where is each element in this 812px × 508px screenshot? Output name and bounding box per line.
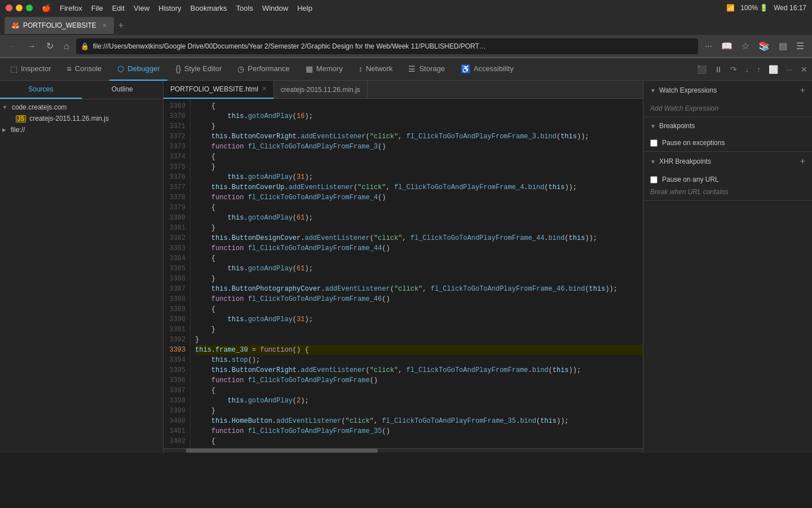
reload-button[interactable]: ↻: [43, 38, 57, 54]
bookmark-icon[interactable]: ☆: [738, 38, 753, 54]
performance-label: Performance: [248, 64, 289, 73]
code-line: this.gotoAndPlay(61);: [195, 264, 643, 274]
tab-accessibility[interactable]: ♿ Accessibility: [453, 58, 522, 81]
code-line: this.ButtonDesignCover.addEventListener(…: [195, 233, 643, 243]
xhr-breakpoints-header[interactable]: ▼ XHR Breakpoints +: [643, 152, 812, 171]
more-options-button[interactable]: ···: [784, 63, 795, 76]
tree-group-file-label: file://: [11, 126, 25, 134]
tab-close-button[interactable]: ✕: [102, 22, 107, 29]
xhr-breakpoints-add-button[interactable]: +: [800, 156, 805, 167]
new-tab-button[interactable]: +: [118, 20, 123, 30]
edit-menu[interactable]: Edit: [112, 4, 125, 12]
menu-icon[interactable]: ☰: [793, 38, 807, 54]
tab-memory[interactable]: ▦ Memory: [298, 58, 351, 81]
code-panel: PORTFOLIO_WEBSITE.html ✕ createjs-2015.1…: [164, 81, 643, 453]
code-tab-portfolio-close[interactable]: ✕: [262, 85, 267, 93]
breakpoints-arrow: ▼: [650, 123, 656, 129]
createjs-filename: createjs-2015.11.26.min.js: [29, 115, 109, 122]
sources-tab[interactable]: Sources: [0, 81, 82, 99]
maximize-button[interactable]: [26, 5, 33, 11]
code-line: function fl_ClickToGoToAndPlayFromFrame(…: [195, 375, 643, 386]
code-tab-createjs[interactable]: createjs-2015.11.26.min.js: [274, 81, 368, 99]
close-button[interactable]: [6, 5, 12, 11]
tab-network[interactable]: ↕ Network: [351, 58, 401, 81]
nav-bar: ← → ↻ ⌂ 🔒 ··· 📖 ☆ 📚 ▤ ☰: [0, 35, 812, 58]
window-menu[interactable]: Window: [262, 4, 288, 12]
breakpoints-section: ▼ Breakpoints Pause on exceptions: [643, 117, 812, 152]
code-area[interactable]: 3369 3370 3371 3372 3373 3374 3375 3376 …: [164, 99, 643, 448]
sources-tree: code.createjs.com JS createjs-2015.11.26…: [0, 99, 163, 453]
storage-label: Storage: [419, 64, 445, 73]
code-tab-portfolio-label: PORTFOLIO_WEBSITE.html: [170, 85, 258, 93]
tab-storage[interactable]: ☰ Storage: [400, 58, 453, 81]
reader-icon[interactable]: 📖: [718, 38, 736, 54]
code-line: }: [195, 121, 643, 132]
tab-bar: 🦊 PORTFOLIO_WEBSITE ✕ +: [0, 16, 812, 35]
outline-tab[interactable]: Outline: [82, 81, 164, 99]
pause-on-exceptions-checkbox[interactable]: [650, 139, 657, 147]
more-button[interactable]: ···: [701, 39, 716, 54]
file-menu[interactable]: File: [91, 4, 103, 12]
code-line: {: [195, 386, 643, 396]
tab-style-editor[interactable]: {} Style Editor: [167, 58, 230, 81]
responsive-design-button[interactable]: ⬛: [695, 63, 709, 76]
browser-tab-portfolio[interactable]: 🦊 PORTFOLIO_WEBSITE ✕: [5, 17, 114, 34]
tools-menu[interactable]: Tools: [236, 4, 253, 12]
xhr-url-input[interactable]: [650, 186, 805, 198]
step-out-button[interactable]: ↑: [754, 63, 763, 76]
breakpoints-header[interactable]: ▼ Breakpoints: [643, 117, 812, 134]
wifi-icon: 📶: [726, 4, 735, 12]
watch-expression-input[interactable]: [650, 102, 805, 115]
titlebar-right: 📶 100% 🔋 Wed 16:17: [726, 4, 806, 12]
devtools-toolbar-right: ⬛ ⏸ ↷ ↓ ↑ ⬜ ··· ✕: [695, 63, 810, 76]
back-button[interactable]: ←: [5, 39, 20, 54]
style-editor-icon: {}: [175, 64, 180, 73]
dock-button[interactable]: ⬜: [766, 63, 780, 76]
bookmarks-menu[interactable]: Bookmarks: [191, 4, 227, 12]
code-scrollbar[interactable]: [164, 448, 643, 453]
view-menu[interactable]: View: [134, 4, 149, 12]
tree-group-file[interactable]: file://: [0, 124, 163, 135]
history-menu[interactable]: History: [158, 4, 181, 12]
firefox-menu[interactable]: Firefox: [60, 4, 82, 12]
tree-item-createjs-js[interactable]: JS createjs-2015.11.26.min.js: [0, 113, 163, 124]
library-icon[interactable]: 📚: [755, 38, 773, 54]
sidebar-icon[interactable]: ▤: [775, 38, 791, 54]
forward-button[interactable]: →: [24, 39, 39, 54]
accessibility-icon: ♿: [461, 64, 470, 73]
tree-group-createjs[interactable]: code.createjs.com: [0, 102, 163, 113]
code-scrollbar-thumb[interactable]: [186, 449, 378, 453]
address-bar[interactable]: [76, 38, 698, 54]
tab-console[interactable]: ≡ Console: [59, 58, 109, 81]
pause-button[interactable]: ⏸: [712, 63, 725, 76]
pause-on-any-url-checkbox[interactable]: [650, 176, 657, 183]
code-line: }: [195, 325, 643, 335]
sources-header: Sources Outline: [0, 81, 163, 99]
code-line: this.ButtonCoverRight.addEventListener("…: [195, 132, 643, 142]
network-icon: ↕: [359, 64, 363, 73]
step-in-button[interactable]: ↓: [743, 63, 751, 76]
code-line: function fl_ClickToGoToAndPlayFromFrame_…: [195, 192, 643, 203]
code-line: }: [195, 162, 643, 172]
watch-expressions-add-button[interactable]: +: [800, 85, 805, 95]
tab-debugger[interactable]: ⬡ Debugger: [109, 58, 167, 81]
watch-expressions-header[interactable]: ▼ Watch Expressions +: [643, 81, 812, 100]
minimize-button[interactable]: [16, 5, 23, 11]
code-line: function fl_ClickToGoToAndPlayFromFrame_…: [195, 294, 643, 304]
code-line: {: [195, 152, 643, 162]
close-devtools-button[interactable]: ✕: [798, 63, 810, 76]
code-line: this.gotoAndPlay(31);: [195, 172, 643, 182]
step-over-button[interactable]: ↷: [728, 63, 739, 76]
performance-icon: ◷: [237, 64, 244, 73]
apple-menu[interactable]: 🍎: [42, 4, 51, 12]
inspector-icon: ⬚: [10, 64, 17, 73]
pause-on-exceptions-label: Pause on exceptions: [662, 139, 725, 147]
watch-expressions-label: Watch Expressions: [659, 86, 717, 94]
watch-expressions-content: [643, 100, 812, 117]
tab-performance[interactable]: ◷ Performance: [230, 58, 297, 81]
code-tab-portfolio[interactable]: PORTFOLIO_WEBSITE.html ✕: [164, 81, 274, 99]
home-button[interactable]: ⌂: [60, 39, 73, 54]
tab-inspector[interactable]: ⬚ Inspector: [2, 58, 59, 81]
devtools-body: Sources Outline code.createjs.com JS cre…: [0, 81, 812, 453]
help-menu[interactable]: Help: [297, 4, 312, 12]
